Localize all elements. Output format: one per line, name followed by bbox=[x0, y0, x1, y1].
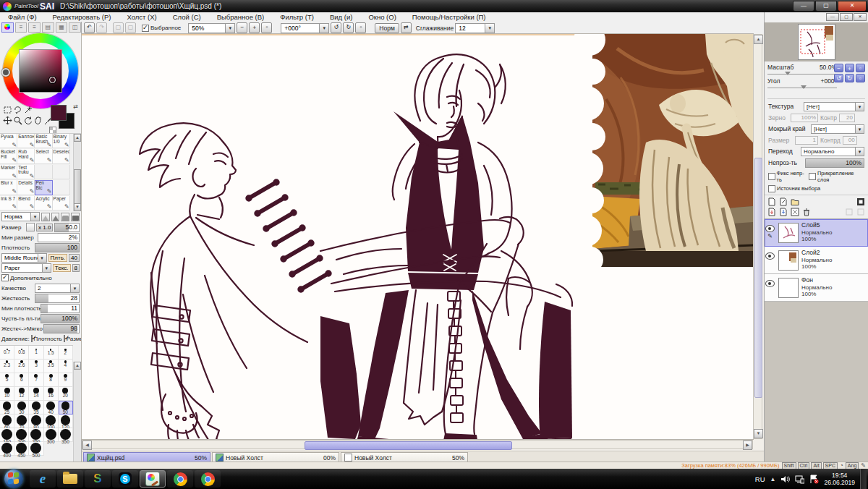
pressure-size-checkbox[interactable] bbox=[64, 335, 65, 342]
brush-tool-cell[interactable]: Acrylic✎ bbox=[35, 196, 52, 211]
brush-tool-cell[interactable]: Test truku✎ bbox=[17, 165, 35, 179]
brush-tool-cell[interactable]: Ручка✎ bbox=[0, 134, 17, 148]
clear-layer-icon[interactable] bbox=[791, 208, 799, 216]
maximize-button[interactable]: ▢ bbox=[815, 1, 837, 12]
nav-zoom-out-icon[interactable]: − bbox=[834, 64, 843, 72]
menu-item[interactable]: Выбранное (В) bbox=[209, 13, 273, 21]
brush-tool-cell[interactable]: Basic Brush✎ bbox=[35, 134, 52, 148]
panel-close-icon[interactable]: ✕ bbox=[854, 13, 867, 21]
merge-down-icon[interactable] bbox=[779, 208, 788, 216]
menu-item[interactable]: Помощь/Настройки (П) bbox=[404, 13, 494, 21]
brush-size-cell[interactable]: 7 bbox=[29, 373, 43, 387]
zoom-out-icon[interactable]: − bbox=[237, 22, 247, 33]
layer-visibility-icon[interactable] bbox=[765, 225, 775, 232]
layer-row[interactable]: Слой2 Нормально 100% bbox=[765, 247, 868, 274]
brush-tool-cell[interactable]: ✎ bbox=[53, 180, 70, 195]
magic-wand-tool-icon[interactable] bbox=[23, 104, 33, 114]
layer-row[interactable]: Фон Нормально 100% bbox=[765, 274, 868, 302]
transfer-down-icon[interactable] bbox=[767, 208, 776, 216]
show-desktop-button[interactable] bbox=[860, 469, 867, 489]
selection-visible-checkbox[interactable] bbox=[142, 25, 149, 32]
soft-hard-slider[interactable]: 98 bbox=[43, 324, 80, 333]
saturation-square[interactable] bbox=[20, 50, 61, 92]
menu-item[interactable]: Вид (и) bbox=[322, 13, 360, 21]
navigator-thumbnail[interactable] bbox=[799, 25, 835, 59]
brush-size-cell[interactable]: 3 bbox=[29, 360, 43, 373]
raise-layer-icon[interactable] bbox=[845, 208, 854, 216]
menu-item[interactable]: Окно (О) bbox=[360, 13, 404, 21]
brush-tool-cell[interactable]: Marker✎ bbox=[0, 165, 17, 179]
swatches-tab-icon[interactable]: ▦ bbox=[56, 22, 68, 33]
scratchpad-tab-icon[interactable]: ◫ bbox=[69, 22, 81, 33]
vertical-scrollbar[interactable]: ▲ ▼ bbox=[753, 34, 762, 439]
texture-value[interactable]: 8 bbox=[72, 264, 80, 272]
panel-minimize-icon[interactable]: — bbox=[826, 13, 839, 21]
brush-size-cell[interactable]: 3.5 bbox=[44, 360, 59, 373]
new-vector-layer-icon[interactable] bbox=[779, 197, 788, 206]
volume-icon[interactable] bbox=[780, 475, 790, 484]
brush-size-cell[interactable]: 50 bbox=[59, 401, 73, 414]
zoom-dropdown[interactable]: 50% bbox=[188, 23, 235, 33]
explorer-icon[interactable] bbox=[57, 470, 83, 488]
brush-size-cell[interactable]: 9 bbox=[59, 373, 73, 387]
angle-dropdown[interactable]: +000° bbox=[281, 23, 329, 33]
brush-size-cell[interactable]: 350 bbox=[59, 428, 73, 442]
rgb-slider-tab-icon[interactable]: ≡ bbox=[15, 22, 27, 33]
density-slider[interactable]: 100 bbox=[35, 243, 80, 252]
rotate-cw-icon[interactable]: ↻ bbox=[343, 22, 354, 33]
brush-size-cell[interactable]: 300 bbox=[44, 428, 59, 442]
brush-size-cell[interactable]: 25 bbox=[0, 401, 14, 414]
sharex-icon[interactable]: S bbox=[85, 470, 111, 488]
layer-mask-icon[interactable] bbox=[856, 197, 865, 206]
nav-zoom-in-icon[interactable]: ＋ bbox=[845, 64, 854, 72]
brush-size-cell[interactable]: 2.6 bbox=[14, 360, 29, 373]
layer-row[interactable]: ✎ Слой5 Нормально 100% bbox=[765, 219, 868, 247]
smoothing-dropdown[interactable]: 12 bbox=[455, 23, 495, 33]
menu-item[interactable]: Слой (С) bbox=[165, 13, 209, 21]
brush-size-cell[interactable]: 8 bbox=[44, 373, 59, 387]
language-indicator[interactable]: RU bbox=[755, 475, 765, 483]
scroll-down-icon[interactable]: ▼ bbox=[754, 429, 763, 438]
menu-item[interactable]: Фильтр (Т) bbox=[272, 13, 322, 21]
menu-item[interactable]: Файл (Ф) bbox=[0, 13, 45, 21]
horizontal-scrollbar[interactable]: ◀ ▶ bbox=[82, 440, 753, 449]
advanced-checkbox[interactable] bbox=[1, 274, 9, 281]
pressure-density-checkbox[interactable] bbox=[31, 335, 33, 342]
brush-size-cell[interactable]: 14 bbox=[29, 387, 43, 401]
zoom-tool-icon[interactable] bbox=[13, 115, 22, 124]
brush-tool-cell[interactable]: Details✎ bbox=[17, 180, 35, 195]
menu-item[interactable]: Редактировать (Р) bbox=[45, 13, 119, 21]
color-mixer-tab-icon[interactable]: ▤ bbox=[42, 22, 54, 33]
brush-tool-cell[interactable]: Bucket Fill✎ bbox=[0, 149, 17, 163]
rotate-view-tool-icon[interactable] bbox=[23, 115, 33, 124]
brush-size-cell[interactable]: 30 bbox=[14, 401, 29, 414]
delete-layer-icon[interactable] bbox=[802, 208, 811, 216]
brush-tool-cell[interactable]: Blend✎ bbox=[17, 196, 35, 211]
prev-canvas-icon[interactable]: ▢ bbox=[113, 22, 124, 33]
brush-tool-cell[interactable]: ✎ bbox=[35, 165, 52, 179]
vertical-scroll-thumb[interactable] bbox=[754, 158, 762, 398]
brush-tool-cell[interactable]: Ink S 7✎ bbox=[0, 196, 17, 211]
brush-shape-soft2-icon[interactable] bbox=[51, 213, 60, 221]
chrome-icon-2[interactable] bbox=[195, 470, 221, 488]
brush-shape-hard-icon[interactable] bbox=[71, 213, 80, 221]
swap-colors-icon[interactable]: ⇄ bbox=[73, 103, 78, 110]
close-button[interactable]: ✕ bbox=[838, 1, 867, 12]
foreground-color-swatch[interactable] bbox=[51, 105, 67, 121]
sensitivity-slider[interactable]: 100% bbox=[41, 314, 80, 323]
sai-taskbar-icon[interactable] bbox=[140, 470, 166, 488]
lower-layer-icon[interactable] bbox=[856, 208, 865, 216]
menu-item[interactable]: Холст (Х) bbox=[119, 13, 164, 21]
ie-icon[interactable]: e bbox=[30, 470, 56, 488]
brush-size-cell[interactable]: 250 bbox=[29, 428, 43, 442]
color-wheel-tab-icon[interactable] bbox=[1, 22, 14, 33]
marquee-tool-icon[interactable] bbox=[3, 104, 12, 114]
hand-tool-icon[interactable] bbox=[33, 115, 43, 124]
scroll-up-icon[interactable]: ▲ bbox=[754, 35, 763, 44]
new-folder-icon[interactable] bbox=[791, 197, 799, 206]
brush-size-cell[interactable]: 4 bbox=[59, 360, 73, 373]
scroll-left-icon[interactable]: ◀ bbox=[82, 441, 92, 450]
brush-size-cell[interactable]: 20 bbox=[59, 387, 73, 401]
brush-size-cell[interactable]: 60 bbox=[0, 414, 14, 428]
brush-tool-cell[interactable]: Blur x✎ bbox=[0, 180, 17, 195]
